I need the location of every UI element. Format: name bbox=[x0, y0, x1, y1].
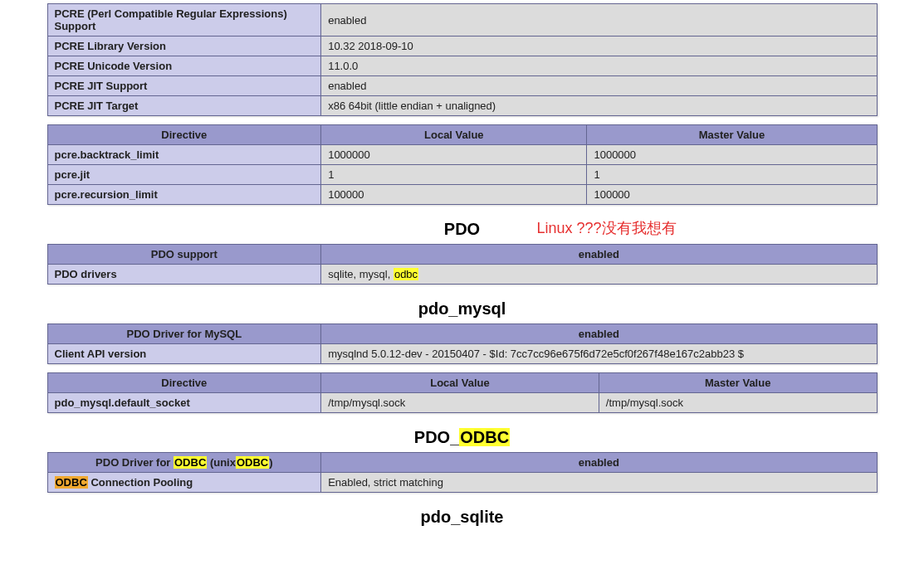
cell-local: 100000 bbox=[321, 185, 587, 205]
table-header-row: Directive Local Value Master Value bbox=[47, 373, 877, 393]
cell-label: PCRE Library Version bbox=[47, 36, 321, 56]
cell-directive: pcre.recursion_limit bbox=[47, 185, 321, 205]
cell-value: sqlite, mysql, odbc bbox=[321, 265, 877, 285]
cell-master: /tmp/mysql.sock bbox=[599, 393, 877, 413]
header-local: Local Value bbox=[321, 373, 599, 393]
header-enabled: enabled bbox=[321, 324, 877, 344]
header-master: Master Value bbox=[587, 125, 877, 145]
cell-value: 11.0.0 bbox=[321, 56, 877, 76]
table-row: PCRE Unicode Version 11.0.0 bbox=[47, 56, 877, 76]
cell-directive: pdo_mysql.default_socket bbox=[47, 393, 321, 413]
cell-label: PCRE (Perl Compatible Regular Expression… bbox=[47, 4, 321, 36]
header-pdo-support: PDO support bbox=[47, 245, 321, 265]
section-title-pdo-mysql: pdo_mysql bbox=[47, 299, 878, 319]
table-row: Client API version mysqlnd 5.0.12-dev - … bbox=[47, 344, 877, 364]
cell-value: 10.32 2018-09-10 bbox=[321, 36, 877, 56]
header-hl1: ODBC bbox=[174, 456, 207, 469]
cell-value: x86 64bit (little endian + unaligned) bbox=[321, 96, 877, 116]
cell-value: enabled bbox=[321, 4, 877, 36]
cell-label: PCRE JIT Support bbox=[47, 76, 321, 96]
pcre-info-table: PCRE (Perl Compatible Regular Expression… bbox=[47, 3, 878, 116]
cell-label: Client API version bbox=[47, 344, 321, 364]
table-header-row: PDO support enabled bbox=[47, 245, 877, 265]
section-title-pdo-sqlite: pdo_sqlite bbox=[47, 508, 878, 527]
label-hl: ODBC bbox=[55, 476, 88, 489]
pdo-mysql-directives-table: Directive Local Value Master Value pdo_m… bbox=[47, 372, 878, 413]
header-enabled: enabled bbox=[321, 245, 877, 265]
header-suffix: ) bbox=[269, 456, 272, 469]
header-directive: Directive bbox=[47, 125, 321, 145]
header-pdo-odbc-driver: PDO Driver for ODBC (unixODBC) bbox=[47, 453, 321, 473]
cell-directive: pcre.jit bbox=[47, 165, 321, 185]
pdo-odbc-table: PDO Driver for ODBC (unixODBC) enabled O… bbox=[47, 452, 878, 493]
table-row: pcre.backtrack_limit 1000000 1000000 bbox=[47, 145, 877, 165]
cell-value: mysqlnd 5.0.12-dev - 20150407 - $Id: 7cc… bbox=[321, 344, 877, 364]
table-row: pcre.recursion_limit 100000 100000 bbox=[47, 185, 877, 205]
table-header-row: PDO Driver for ODBC (unixODBC) enabled bbox=[47, 453, 877, 473]
pdo-mysql-info-table: PDO Driver for MySQL enabled Client API … bbox=[47, 323, 878, 364]
table-row: ODBC Connection Pooling Enabled, strict … bbox=[47, 473, 877, 493]
cell-master: 100000 bbox=[587, 185, 877, 205]
cell-local: /tmp/mysql.sock bbox=[321, 393, 599, 413]
header-local: Local Value bbox=[321, 125, 587, 145]
pdo-drivers-prefix: sqlite, mysql, bbox=[328, 268, 394, 280]
table-header-row: Directive Local Value Master Value bbox=[47, 125, 877, 145]
table-row: PDO drivers sqlite, mysql, odbc bbox=[47, 265, 877, 285]
cell-master: 1000000 bbox=[587, 145, 877, 165]
title-prefix: PDO_ bbox=[414, 428, 459, 446]
table-row: PCRE Library Version 10.32 2018-09-10 bbox=[47, 36, 877, 56]
cell-local: 1000000 bbox=[321, 145, 587, 165]
cell-value: enabled bbox=[321, 76, 877, 96]
cell-label: PCRE Unicode Version bbox=[47, 56, 321, 76]
cell-local: 1 bbox=[321, 165, 587, 185]
cell-label: PCRE JIT Target bbox=[47, 96, 321, 116]
header-prefix: PDO Driver for bbox=[95, 456, 174, 469]
cell-label: ODBC Connection Pooling bbox=[47, 473, 321, 493]
pcre-directives-table: Directive Local Value Master Value pcre.… bbox=[47, 124, 878, 205]
header-hl2: ODBC bbox=[236, 456, 269, 469]
table-row: PCRE (Perl Compatible Regular Expression… bbox=[47, 4, 877, 36]
table-row: PCRE JIT Target x86 64bit (little endian… bbox=[47, 96, 877, 116]
section-title-pdo: PDO bbox=[47, 220, 878, 239]
table-row: pcre.jit 1 1 bbox=[47, 165, 877, 185]
cell-master: 1 bbox=[587, 165, 877, 185]
header-directive: Directive bbox=[47, 373, 321, 393]
pdo-drivers-highlight: odbc bbox=[394, 268, 418, 280]
title-highlight: ODBC bbox=[459, 428, 510, 446]
cell-directive: pcre.backtrack_limit bbox=[47, 145, 321, 165]
header-mid: (unix bbox=[207, 456, 236, 469]
header-enabled: enabled bbox=[321, 453, 877, 473]
header-master: Master Value bbox=[599, 373, 877, 393]
table-header-row: PDO Driver for MySQL enabled bbox=[47, 324, 877, 344]
pdo-table: PDO support enabled PDO drivers sqlite, … bbox=[47, 244, 878, 285]
cell-label: PDO drivers bbox=[47, 265, 321, 285]
header-pdo-mysql-driver: PDO Driver for MySQL bbox=[47, 324, 321, 344]
cell-value: Enabled, strict matching bbox=[321, 473, 877, 493]
table-row: PCRE JIT Support enabled bbox=[47, 76, 877, 96]
table-row: pdo_mysql.default_socket /tmp/mysql.sock… bbox=[47, 393, 877, 413]
section-title-pdo-odbc: PDO_ODBC bbox=[47, 428, 878, 447]
label-rest: Connection Pooling bbox=[88, 476, 193, 489]
annotation-linux: Linux ???没有我想有 bbox=[537, 218, 677, 238]
